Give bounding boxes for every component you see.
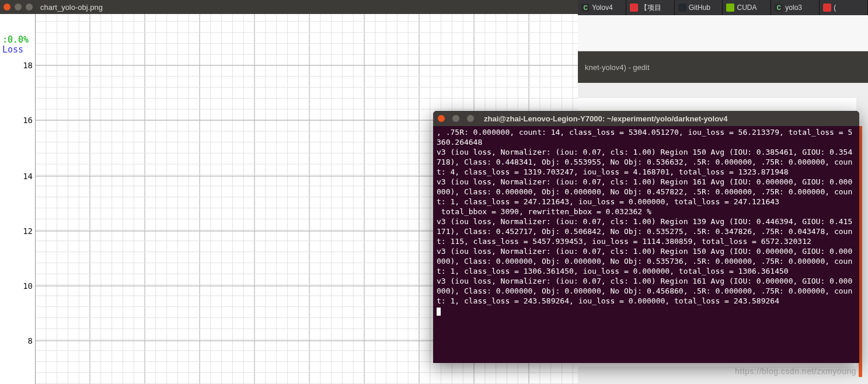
terminal-output[interactable]: , .75R: 0.000000, count: 14, class_loss … [433,126,859,363]
close-icon[interactable] [438,115,445,122]
terminal-window: zhai@zhai-Lenovo-Legion-Y7000: ~/experim… [433,111,859,363]
maximize-icon[interactable] [26,4,33,11]
browser-tab[interactable]: Cyolo3 [771,0,820,15]
browser-tab[interactable]: CUDA [723,0,771,15]
browser-tab[interactable]: 【项目 [626,0,675,15]
tab-label: GitHub [689,4,710,12]
y-legend: :0.0% Loss [2,35,29,54]
favicon-icon [678,4,686,12]
browser-tab-strip: CYolov4 【项目 GitHub CUDA Cyolo3 ( [578,0,868,15]
y-tick: 10 [23,281,33,291]
y-tick: 16 [23,116,33,125]
close-icon[interactable] [4,4,11,11]
maximize-icon[interactable] [467,115,474,122]
favicon-icon [823,4,831,12]
browser-tab[interactable]: GitHub [675,0,723,15]
y-tick: 14 [23,172,33,181]
favicon-icon [630,4,638,12]
gedit-title: knet-yolov4) - gedit [585,63,650,72]
tab-label: yolo3 [785,4,802,12]
legend-pct: :0.0% [2,34,29,45]
cursor-icon [437,308,441,316]
y-axis: :0.0% Loss 18 16 14 12 10 8 [0,14,35,384]
browser-tab[interactable]: ( [820,0,868,15]
browser-tab[interactable]: CYolov4 [578,0,626,15]
minimize-icon[interactable] [15,4,22,11]
gedit-titlebar: knet-yolov4) - gedit [578,51,868,83]
y-tick: 12 [23,226,33,236]
terminal-titlebar[interactable]: zhai@zhai-Lenovo-Legion-Y7000: ~/experim… [433,111,859,126]
image-viewer-titlebar: chart_yolo-obj.png [0,0,578,14]
tab-label: ( [834,4,836,12]
browser-toolbar[interactable] [578,15,868,51]
favicon-icon: C [581,4,590,12]
favicon-icon: C [775,4,783,12]
tab-label: CUDA [737,4,757,12]
watermark-text: https://blog.csdn.net/zxmyoung [735,366,856,376]
tab-label: Yolov4 [592,4,613,12]
tab-label: 【项目 [640,3,661,13]
image-viewer-title: chart_yolo-obj.png [40,3,103,12]
favicon-icon [726,4,734,12]
y-tick: 18 [23,61,33,70]
legend-loss: Loss [2,44,23,55]
minimize-icon[interactable] [452,115,459,122]
terminal-title: zhai@zhai-Lenovo-Legion-Y7000: ~/experim… [484,114,728,123]
y-tick: 8 [28,336,33,345]
